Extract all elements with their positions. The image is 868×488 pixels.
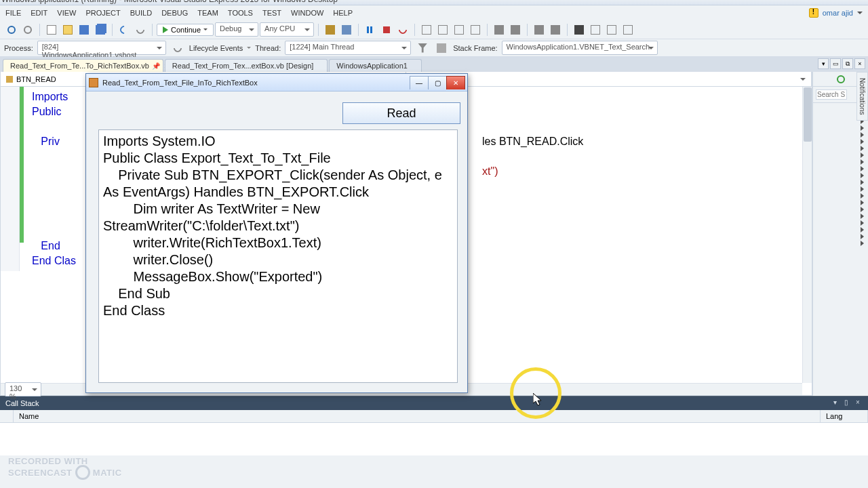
tab-maximize[interactable]: ▭ (830, 58, 841, 69)
nav-fwd-button[interactable] (20, 22, 35, 37)
platform-dropdown[interactable]: Any CPU (260, 22, 314, 37)
nav-back-button[interactable] (4, 22, 19, 37)
watermark-icon (75, 465, 90, 480)
rich-text-box[interactable]: Imports System.IO Public Class Export_Te… (98, 129, 458, 383)
tab-close[interactable]: × (854, 58, 865, 69)
search-input[interactable] (816, 89, 847, 100)
tree-node[interactable] (813, 240, 868, 247)
tool-button[interactable] (604, 22, 619, 37)
tree-node[interactable] (813, 165, 868, 172)
tab-label: WindowsApplication1 (336, 62, 408, 70)
tab-design[interactable]: Read_Text_From_Tex...extBox.vb [Design] (165, 59, 328, 72)
tab-dropdown[interactable]: ▾ (818, 58, 829, 69)
editor-gutter (1, 87, 20, 271)
tree-node[interactable] (813, 186, 868, 192)
pin-icon[interactable]: 📌 (152, 62, 160, 70)
tree-node[interactable] (813, 220, 868, 226)
redo-button[interactable] (133, 22, 148, 37)
col-name[interactable]: Name (14, 410, 821, 422)
notifications-tab[interactable]: Notifications (856, 72, 868, 121)
scroll-thumb[interactable] (804, 87, 812, 142)
menu-build[interactable]: BUILD (130, 9, 152, 17)
tool-button[interactable] (620, 22, 635, 37)
tool-button[interactable] (532, 22, 547, 37)
undo-button[interactable] (117, 22, 132, 37)
tree-node[interactable] (813, 213, 868, 220)
menu-test[interactable]: TEST (262, 9, 281, 17)
step-button[interactable] (419, 22, 434, 37)
tool-button[interactable] (492, 22, 507, 37)
menu-debug[interactable]: DEBUG (161, 9, 188, 17)
tree-node[interactable] (813, 199, 868, 206)
new-project-button[interactable] (44, 22, 59, 37)
config-dropdown[interactable]: Debug (215, 22, 258, 37)
continue-button[interactable]: Continue (157, 24, 214, 36)
thread-dropdown[interactable]: [1224] Main Thread (285, 41, 411, 55)
solution-tree[interactable] (813, 103, 868, 396)
menu-project[interactable]: PROJECT (85, 9, 120, 17)
tab-app[interactable]: WindowsApplication1 (329, 59, 422, 72)
close-button[interactable]: ✕ (446, 76, 465, 89)
account-user[interactable]: omar ajid (809, 8, 863, 18)
tab-code[interactable]: Read_Text_From_Te...To_RichTextBox.vb 📌 … (3, 59, 163, 72)
tree-node[interactable] (813, 131, 868, 138)
read-button[interactable]: Read (342, 102, 460, 124)
lifecycle-label: Lifecycle Events (189, 44, 243, 52)
step-button[interactable] (435, 22, 450, 37)
tool-button[interactable] (323, 22, 338, 37)
menu-help[interactable]: HELP (333, 9, 353, 17)
home-icon[interactable] (833, 72, 848, 87)
process-dropdown[interactable]: [824] WindowsApplication1.vshost (37, 41, 166, 55)
filter-icon[interactable] (415, 41, 430, 56)
menu-tools[interactable]: TOOLS (228, 9, 253, 17)
filter2-icon[interactable] (434, 41, 449, 56)
app-window-titlebar[interactable]: Read_Text_From_Text_File_InTo_RichTextBo… (86, 74, 467, 92)
editor-scrollbar[interactable] (802, 87, 812, 383)
menu-edit[interactable]: EDIT (31, 9, 47, 17)
minimize-button[interactable]: — (410, 76, 429, 89)
tool-button[interactable] (548, 22, 563, 37)
menu-window[interactable]: WINDOW (291, 9, 323, 17)
tree-node[interactable] (813, 159, 868, 165)
tree-node[interactable] (813, 192, 868, 199)
col-icon[interactable] (0, 410, 14, 422)
lifecycle-icon[interactable] (170, 41, 185, 56)
step-button[interactable] (452, 22, 467, 37)
tree-node[interactable] (813, 206, 868, 213)
tab-float[interactable]: ⧉ (842, 58, 853, 69)
chevron-down-icon (857, 12, 863, 17)
restart-button[interactable] (395, 22, 410, 37)
menu-team[interactable]: TEAM (197, 9, 218, 17)
menu-file[interactable]: FILE (5, 9, 21, 17)
open-button[interactable] (60, 22, 75, 37)
tool-button[interactable] (572, 22, 587, 37)
tree-node[interactable] (813, 172, 868, 179)
chevron-down-icon[interactable] (247, 47, 251, 51)
menu-bar: FILE EDIT VIEW PROJECT BUILD DEBUG TEAM … (0, 5, 868, 20)
stop-button[interactable] (379, 22, 394, 37)
tree-node[interactable] (813, 145, 868, 152)
zoom-dropdown[interactable]: 130 % (5, 382, 41, 396)
col-lang[interactable]: Lang (821, 410, 868, 422)
step-button[interactable] (468, 22, 483, 37)
tree-node[interactable] (813, 125, 868, 131)
pin-icon[interactable]: ▯ (842, 399, 851, 408)
tool-button[interactable] (508, 22, 523, 37)
close-icon[interactable]: × (853, 399, 863, 408)
callstack-body[interactable] (0, 423, 868, 455)
menu-view[interactable]: VIEW (57, 9, 76, 17)
tree-node[interactable] (813, 233, 868, 240)
save-button[interactable] (77, 22, 92, 37)
tree-node[interactable] (813, 179, 868, 186)
dropdown-icon[interactable]: ▾ (830, 399, 840, 408)
tool-button[interactable] (339, 22, 354, 37)
stackframe-dropdown[interactable]: WindowsApplication1.VBNET_Text_Search (502, 41, 658, 55)
play-icon (163, 26, 168, 33)
tree-node[interactable] (813, 226, 868, 233)
maximize-button[interactable]: ▢ (428, 76, 447, 89)
tree-node[interactable] (813, 152, 868, 159)
tree-node[interactable] (813, 138, 868, 145)
save-all-button[interactable] (93, 22, 108, 37)
pause-button[interactable] (363, 22, 378, 37)
tool-button[interactable] (588, 22, 603, 37)
